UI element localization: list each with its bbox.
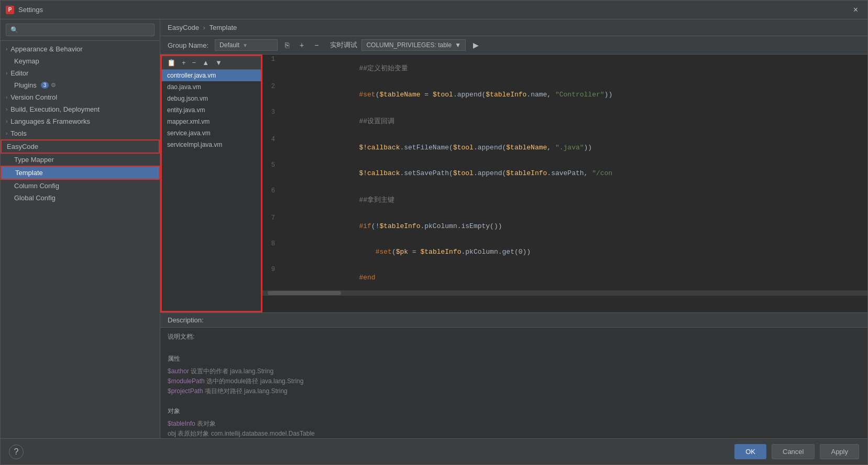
code-plain: = bbox=[420, 91, 432, 99]
sidebar-item-plugins[interactable]: Plugins 3 ⚙ bbox=[1, 79, 160, 91]
file-item[interactable]: service.java.vm bbox=[162, 127, 261, 139]
sidebar-item-editor[interactable]: › Editor bbox=[1, 67, 160, 79]
code-var: $!callback bbox=[359, 169, 400, 177]
line-content: #set($pk = $tableInfo.pkColumn.get(0)) bbox=[281, 239, 535, 265]
realtime-dropdown-arrow-icon: ▼ bbox=[455, 41, 461, 49]
app-icon: P bbox=[6, 6, 14, 14]
code-keyword: #set bbox=[359, 91, 375, 99]
arrow-icon: › bbox=[6, 131, 7, 136]
code-comment: ##拿到主键 bbox=[359, 196, 394, 204]
realtime-debug-label: 实时调试 bbox=[330, 40, 357, 50]
description-content: 说明文档: 属性 $author 设置中的作者 java.lang.String… bbox=[160, 328, 867, 438]
horizontal-scrollbar[interactable] bbox=[262, 290, 867, 296]
sidebar-item-label: Type Mapper bbox=[14, 156, 54, 164]
apply-button[interactable]: Apply bbox=[820, 444, 859, 459]
code-plain: .savePath, bbox=[547, 169, 592, 177]
sidebar: › Appearance & Behavior Keymap › Editor … bbox=[1, 19, 160, 438]
code-line: 4 $!callback.setFileName($tool.append($t… bbox=[262, 135, 867, 160]
sidebar-item-template[interactable]: Template bbox=[1, 166, 160, 180]
code-var: $tableInfo bbox=[486, 91, 526, 99]
code-var: $!callback bbox=[359, 144, 400, 152]
sidebar-item-tools[interactable]: › Tools bbox=[1, 127, 160, 139]
arrow-icon: › bbox=[6, 94, 7, 100]
file-item[interactable]: controller.java.vm bbox=[162, 70, 261, 81]
line-content: ##定义初始变量 bbox=[281, 55, 412, 82]
arrow-icon: › bbox=[6, 106, 7, 112]
file-item[interactable]: dao.java.vm bbox=[162, 81, 261, 93]
file-item[interactable]: debug.json.vm bbox=[162, 93, 261, 104]
desc-line: $projectPath 项目绝对路径 java.lang.String bbox=[168, 386, 860, 396]
sidebar-item-version-control[interactable]: › Version Control bbox=[1, 91, 160, 103]
code-plain: .pkColumn.isEmpty()) bbox=[420, 222, 502, 230]
run-debug-button[interactable]: ▶ bbox=[470, 40, 482, 50]
title-bar: P Settings × bbox=[1, 1, 867, 19]
code-plain bbox=[359, 248, 375, 256]
sidebar-item-build[interactable]: › Build, Execution, Deployment bbox=[1, 103, 160, 115]
sidebar-items-list: › Appearance & Behavior Keymap › Editor … bbox=[1, 41, 160, 438]
desc-line: 说明文档: bbox=[168, 332, 860, 342]
file-add-button[interactable]: + bbox=[180, 58, 188, 67]
line-number: 2 bbox=[262, 82, 281, 90]
desc-line: obj 表原始对象 com.intellij.database.model.Da… bbox=[168, 429, 860, 438]
sidebar-item-type-mapper[interactable]: Type Mapper bbox=[1, 154, 160, 166]
line-content: ##拿到主键 bbox=[281, 186, 399, 213]
add-group-button[interactable]: + bbox=[296, 40, 307, 50]
group-name-dropdown[interactable]: Default ▼ bbox=[215, 39, 278, 51]
realtime-value: COLUMN_PRIVILEGES: table bbox=[366, 41, 452, 49]
file-item[interactable]: mapper.xml.vm bbox=[162, 116, 261, 127]
file-list-panel: 📋 + − ▲ ▼ controller.java.vm dao.java.vm… bbox=[160, 55, 262, 312]
file-item[interactable]: serviceImpl.java.vm bbox=[162, 139, 261, 150]
code-editor[interactable]: 1 ##定义初始变量 2 #set($tableName = $tool.app… bbox=[262, 55, 867, 312]
search-input[interactable] bbox=[6, 24, 155, 36]
sidebar-item-keymap[interactable]: Keymap bbox=[1, 55, 160, 67]
code-plain: )) bbox=[605, 91, 613, 99]
realtime-debug-dropdown[interactable]: COLUMN_PRIVILEGES: table ▼ bbox=[361, 39, 466, 51]
sidebar-item-label: Build, Execution, Deployment bbox=[10, 105, 100, 113]
file-remove-button[interactable]: − bbox=[190, 58, 199, 67]
file-item[interactable]: entity.java.vm bbox=[162, 104, 261, 116]
breadcrumb-sep: › bbox=[203, 24, 207, 31]
code-plain: = bbox=[408, 248, 420, 256]
sidebar-item-label: EasyCode bbox=[7, 143, 38, 150]
code-plain: .append( bbox=[453, 91, 486, 99]
line-number: 6 bbox=[262, 186, 281, 194]
arrow-icon: › bbox=[6, 70, 7, 76]
desc-line: 属性 bbox=[168, 354, 860, 364]
copy-group-button[interactable]: ⎘ bbox=[282, 40, 292, 50]
plugins-badge: 3 bbox=[41, 82, 49, 89]
help-button[interactable]: ? bbox=[9, 445, 24, 459]
sidebar-item-label: Plugins bbox=[14, 81, 37, 89]
dropdown-arrow-icon: ▼ bbox=[243, 42, 248, 48]
code-plain: ( bbox=[392, 248, 396, 256]
code-plain: .setSavePath( bbox=[400, 169, 453, 177]
code-line: 6 ##拿到主键 bbox=[262, 186, 867, 213]
file-down-button[interactable]: ▼ bbox=[213, 58, 224, 67]
file-list-toolbar: 📋 + − ▲ ▼ bbox=[162, 56, 261, 70]
plugin-settings-icon[interactable]: ⚙ bbox=[51, 82, 56, 89]
sidebar-item-easycode[interactable]: EasyCode bbox=[1, 139, 160, 154]
sidebar-item-column-config[interactable]: Column Config bbox=[1, 180, 160, 192]
file-up-button[interactable]: ▲ bbox=[200, 58, 211, 67]
breadcrumb-part1: EasyCode bbox=[168, 24, 199, 31]
code-plain: .setFileName( bbox=[400, 144, 453, 152]
code-var: $tool bbox=[433, 91, 453, 99]
line-content: $!callback.setFileName($tool.append($tab… bbox=[281, 135, 596, 160]
breadcrumb-part2: Template bbox=[210, 24, 237, 31]
code-var: $tool bbox=[453, 144, 474, 152]
file-copy-button[interactable]: 📋 bbox=[165, 58, 178, 67]
sidebar-item-label: Keymap bbox=[14, 57, 39, 65]
code-keyword: #if bbox=[359, 222, 371, 230]
remove-group-button[interactable]: − bbox=[311, 40, 322, 50]
ok-button[interactable]: OK bbox=[734, 444, 766, 459]
sidebar-item-languages[interactable]: › Languages & Frameworks bbox=[1, 115, 160, 127]
close-button[interactable]: × bbox=[849, 3, 862, 17]
line-content: $!callback.setSavePath($tool.append($tab… bbox=[281, 160, 617, 186]
line-content: #set($tableName = $tool.append($tableInf… bbox=[281, 82, 617, 107]
cancel-button[interactable]: Cancel bbox=[772, 444, 815, 459]
sidebar-item-label: Global Config bbox=[14, 194, 56, 202]
sidebar-item-appearance[interactable]: › Appearance & Behavior bbox=[1, 43, 160, 55]
sidebar-item-global-config[interactable]: Global Config bbox=[1, 192, 160, 204]
sidebar-item-label: Version Control bbox=[10, 93, 57, 101]
line-number: 3 bbox=[262, 107, 281, 116]
line-number: 5 bbox=[262, 160, 281, 169]
